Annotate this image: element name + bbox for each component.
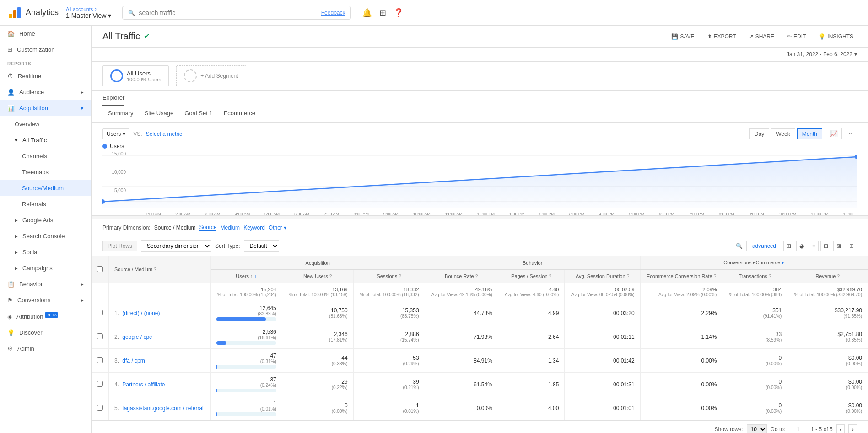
- secondary-dimension-select[interactable]: Secondary dimension: [141, 240, 211, 252]
- total-users: 15,204 % of Total: 100.00% (15,204): [210, 283, 282, 301]
- row-2-sessions: 2,886 (15.74%): [353, 325, 425, 349]
- sidebar-item-all-traffic[interactable]: ▾ All Traffic: [0, 132, 91, 148]
- chart-section: Users ▾ VS. Select a metric Day Week Mon…: [92, 123, 868, 216]
- sidebar-item-conversions[interactable]: ⚑ Conversions ▸: [0, 292, 91, 308]
- sort-type-select[interactable]: Default: [244, 240, 279, 252]
- row-checkbox[interactable]: [97, 333, 103, 339]
- tab-goal-set-1[interactable]: Goal Set 1: [179, 105, 218, 122]
- insights-button[interactable]: 💡 INSIGHTS: [815, 32, 857, 42]
- sidebar-item-home[interactable]: 🏠 Home: [0, 26, 91, 42]
- table-search-input[interactable]: [667, 243, 736, 249]
- select-metric-link[interactable]: Select a metric: [146, 131, 182, 137]
- week-period-btn[interactable]: Week: [771, 128, 795, 139]
- sidebar-item-google-ads[interactable]: ▸ Google Ads: [0, 212, 91, 228]
- plot-rows-button[interactable]: Plot Rows: [102, 241, 137, 251]
- row-3-users: 47 (0.31%): [210, 349, 282, 373]
- users-col-header[interactable]: Users ↑ ↓: [210, 270, 282, 283]
- sidebar-item-customization[interactable]: ⊞ Customization: [0, 42, 91, 58]
- row-5-ecomm: 0.00%: [640, 396, 722, 420]
- attribution-icon: ◈: [7, 313, 12, 320]
- acquisition-icon: 📊: [7, 105, 15, 112]
- revenue-col-header[interactable]: Revenue ?: [787, 270, 868, 283]
- go-to-input[interactable]: [789, 425, 807, 433]
- feedback-link[interactable]: Feedback: [321, 10, 345, 16]
- bar-view-btn[interactable]: ≡: [809, 241, 819, 251]
- help-icon[interactable]: ❓: [394, 8, 404, 18]
- sidebar-item-attribution[interactable]: ◈ Attribution BETA: [0, 308, 91, 325]
- edit-button[interactable]: ✏ EDIT: [783, 32, 809, 42]
- lifetime-view-btn[interactable]: ⊞: [846, 241, 857, 251]
- medium-dim-link[interactable]: Medium: [220, 225, 240, 231]
- row-2-users: 2,536 (16.61%): [210, 325, 282, 349]
- pagination-total: 1 - 5 of 5: [811, 426, 832, 433]
- row-checkbox[interactable]: [97, 357, 103, 363]
- show-rows-select[interactable]: 10: [747, 424, 767, 433]
- tab-summary[interactable]: Summary: [102, 105, 139, 122]
- day-period-btn[interactable]: Day: [749, 128, 769, 139]
- table-search-icon[interactable]: 🔍: [736, 243, 743, 249]
- users-metric-dropdown[interactable]: Users ▾: [102, 128, 129, 139]
- share-button[interactable]: ↗ SHARE: [745, 32, 778, 42]
- search-input[interactable]: [139, 9, 321, 16]
- month-period-btn[interactable]: Month: [797, 128, 822, 139]
- line-chart-btn[interactable]: 📈: [826, 128, 842, 139]
- ecomm-dropdown[interactable]: ▾: [782, 260, 784, 265]
- grid-view-btn[interactable]: ⊞: [783, 241, 794, 251]
- row-5-transactions: 0 (0.00%): [722, 396, 787, 420]
- export-icon: ⬆: [707, 33, 712, 40]
- bounce-rate-col-header[interactable]: Bounce Rate ?: [425, 270, 498, 283]
- scatter-chart-btn[interactable]: ⚬: [844, 128, 857, 139]
- tab-site-usage[interactable]: Site Usage: [139, 105, 179, 122]
- date-range-selector[interactable]: Jan 31, 2022 - Feb 6, 2022 ▾: [787, 51, 857, 58]
- row-checkbox[interactable]: [97, 310, 103, 315]
- tab-ecommerce[interactable]: Ecommerce: [218, 105, 261, 122]
- sidebar-item-behavior[interactable]: 📋 Behavior ▸: [0, 276, 91, 292]
- sidebar-item-acquisition[interactable]: 📊 Acquisition ▾: [0, 100, 91, 116]
- advanced-link[interactable]: advanced: [752, 243, 776, 249]
- all-users-segment[interactable]: All Users 100.00% Users: [102, 65, 169, 86]
- row-checkbox[interactable]: [97, 381, 103, 387]
- sidebar-item-social[interactable]: ▸ Social: [0, 244, 91, 260]
- transactions-col-header[interactable]: Transactions ?: [722, 270, 787, 283]
- select-all-checkbox[interactable]: [97, 266, 103, 272]
- sidebar-item-channels[interactable]: Channels: [0, 148, 91, 164]
- apps-icon[interactable]: ⊞: [379, 8, 386, 18]
- save-button[interactable]: 💾 SAVE: [668, 32, 698, 42]
- sidebar-item-realtime[interactable]: ⏱ Realtime: [0, 68, 91, 84]
- sidebar-item-treemaps[interactable]: Treemaps: [0, 164, 91, 180]
- prev-page-button[interactable]: ‹: [836, 424, 845, 433]
- behavior-group-header: Behavior: [425, 256, 640, 270]
- other-dim-link[interactable]: Other ▾: [269, 225, 286, 231]
- sidebar-item-source-medium[interactable]: Source/Medium: [0, 180, 91, 196]
- pages-session-col-header[interactable]: Pages / Session ?: [498, 270, 565, 283]
- sidebar-item-admin[interactable]: ⚙ Admin: [0, 341, 91, 357]
- sidebar-item-referrals[interactable]: Referrals: [0, 196, 91, 212]
- source-medium-header[interactable]: Source / Medium ?: [109, 256, 211, 283]
- row-checkbox[interactable]: [97, 405, 103, 411]
- notifications-icon[interactable]: 🔔: [362, 8, 372, 18]
- sidebar-item-campaigns[interactable]: ▸ Campaigns: [0, 260, 91, 276]
- add-segment-button[interactable]: + Add Segment: [176, 65, 246, 86]
- pie-view-btn[interactable]: ◕: [796, 241, 807, 251]
- account-breadcrumb[interactable]: All accounts >: [66, 6, 111, 12]
- avg-duration-col-header[interactable]: Avg. Session Duration ?: [565, 270, 640, 283]
- sidebar-item-discover[interactable]: 💡 Discover: [0, 325, 91, 341]
- admin-icon: ⚙: [7, 345, 13, 352]
- expand-icon-social: ▸: [15, 249, 18, 256]
- master-view[interactable]: 1 Master View ▾: [66, 12, 111, 19]
- sessions-col-header[interactable]: Sessions ?: [353, 270, 425, 283]
- more-icon[interactable]: ⋮: [411, 8, 419, 18]
- new-users-col-header[interactable]: New Users ?: [282, 270, 353, 283]
- export-button[interactable]: ⬆ EXPORT: [704, 32, 740, 42]
- sessions-info-icon: ?: [399, 274, 401, 279]
- sidebar-item-search-console[interactable]: ▸ Search Console: [0, 228, 91, 244]
- keyword-dim-link[interactable]: Keyword: [243, 225, 265, 231]
- next-page-button[interactable]: ›: [848, 424, 857, 433]
- source-dim-link[interactable]: Source: [199, 224, 216, 231]
- sidebar-item-audience[interactable]: 👤 Audience ▸: [0, 84, 91, 100]
- compare-view-btn[interactable]: ⊠: [833, 241, 844, 251]
- ecomm-conv-col-header[interactable]: Ecommerce Conversion Rate ?: [640, 270, 722, 283]
- sidebar-item-overview[interactable]: Overview: [0, 116, 91, 132]
- sort-asc-icon: ↑: [250, 273, 253, 279]
- pivot-view-btn[interactable]: ⊟: [820, 241, 831, 251]
